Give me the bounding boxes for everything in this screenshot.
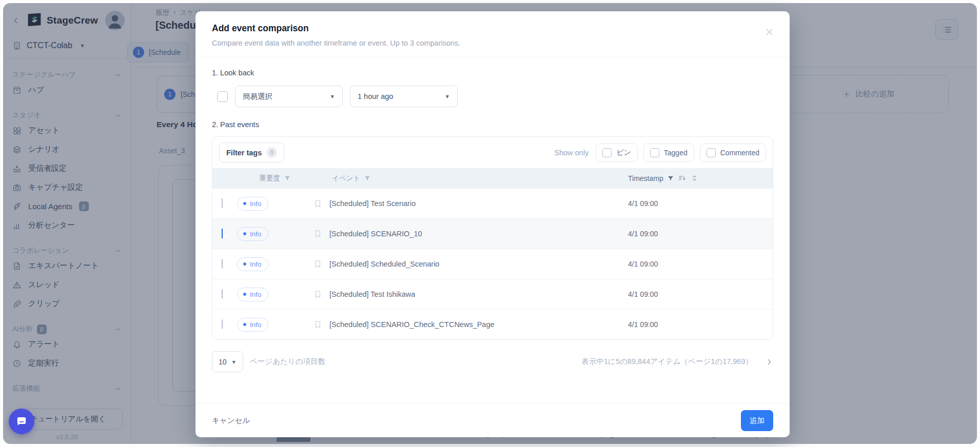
info-dot-icon (243, 202, 246, 205)
caret-down-icon: ▼ (445, 93, 450, 99)
lookback-checkbox[interactable] (217, 91, 228, 102)
severity-badge: Info (237, 257, 268, 271)
show-only-pin-checkbox[interactable]: ピン (596, 144, 638, 162)
timestamp-column-header[interactable]: Timestamp (628, 174, 663, 182)
row-checkbox[interactable] (222, 319, 223, 329)
info-dot-icon (243, 293, 246, 296)
dialog-title: Add event comparison (212, 23, 773, 34)
checkbox (707, 148, 716, 157)
event-name: [Scheduled] Test Ishikawa (329, 290, 415, 298)
severity-badge: Info (237, 227, 268, 241)
event-timestamp: 4/1 09:00 (628, 230, 773, 238)
close-button[interactable] (762, 25, 776, 39)
add-event-comparison-dialog: Add event comparison Compare event data … (195, 11, 790, 437)
sort-descending-icon[interactable] (678, 174, 687, 182)
event-name: [Scheduled] Test Scenario (329, 199, 416, 208)
info-dot-icon (243, 323, 246, 326)
sort-toggle-icon[interactable] (690, 174, 699, 182)
event-timestamp: 4/1 09:00 (628, 260, 773, 268)
page-size-select[interactable]: 10 ▼ (212, 351, 243, 372)
past-events-section-label: 2. Past events (212, 120, 773, 129)
close-icon (764, 27, 775, 37)
severity-column-header[interactable]: 重要度 (259, 174, 280, 183)
caret-down-icon: ▼ (231, 359, 237, 365)
table-header: 重要度 イベント Timestamp (212, 168, 773, 188)
info-dot-icon (243, 262, 246, 266)
bookmark-icon[interactable] (313, 259, 322, 269)
bookmark-icon[interactable] (313, 229, 322, 239)
chat-widget-button[interactable] (9, 409, 34, 434)
caret-down-icon: ▼ (330, 93, 335, 99)
checkbox (602, 148, 612, 157)
table-row[interactable]: Info [Scheduled] Test Ishikawa 4/1 09:00 (212, 279, 773, 309)
page-size-label: ページあたりの項目数 (250, 357, 325, 367)
table-row[interactable]: Info [Scheduled] SCENARIO_Check_CTCNews_… (212, 309, 773, 339)
table-row[interactable]: Info [Scheduled] SCENARIO_10 4/1 09:00 (212, 218, 773, 249)
show-only-commented-checkbox[interactable]: Commented (700, 144, 766, 162)
event-name: [Scheduled] Scheduled_Scenario (329, 260, 439, 268)
row-checkbox[interactable] (222, 198, 223, 208)
past-events-table-card: Filter tags 0 Show only ピン Tagged (212, 136, 773, 340)
event-name: [Scheduled] SCENARIO_Check_CTCNews_Page (329, 320, 495, 329)
event-timestamp: 4/1 09:00 (628, 290, 773, 298)
event-timestamp: 4/1 09:00 (628, 199, 773, 208)
checkbox (650, 148, 659, 157)
cancel-button[interactable]: キャンセル (212, 416, 250, 425)
event-column-header[interactable]: イベント (332, 174, 360, 183)
row-checkbox[interactable] (222, 259, 223, 269)
next-page-icon[interactable] (765, 358, 773, 366)
info-dot-icon (243, 232, 246, 235)
add-button[interactable]: 追加 (741, 410, 773, 431)
lookback-time-select[interactable]: 1 hour ago ▼ (350, 86, 458, 107)
show-only-tagged-checkbox[interactable]: Tagged (643, 144, 694, 162)
pagination-summary: 表示中1に5の89,844アイテム（ページ1の17,969） (582, 357, 753, 367)
filter-tags-button[interactable]: Filter tags 0 (219, 143, 284, 162)
bookmark-icon[interactable] (313, 289, 322, 299)
row-checkbox[interactable] (222, 289, 223, 299)
table-row[interactable]: Info [Scheduled] Scheduled_Scenario 4/1 … (212, 249, 773, 279)
filter-tags-count-badge: 0 (266, 147, 277, 158)
lookback-mode-select[interactable]: 簡易選択 ▼ (235, 86, 343, 107)
chat-icon (15, 415, 28, 428)
severity-badge: Info (237, 288, 268, 301)
dialog-subtitle: Compare event data with another timefram… (212, 39, 773, 47)
table-row[interactable]: Info [Scheduled] Test Scenario 4/1 09:00 (212, 188, 773, 218)
event-name: [Scheduled] SCENARIO_10 (329, 230, 422, 238)
lookback-section-label: 1. Look back (212, 69, 773, 77)
severity-badge: Info (237, 318, 268, 332)
severity-badge: Info (237, 197, 268, 211)
row-checkbox[interactable] (222, 229, 223, 238)
filter-funnel-icon[interactable] (364, 175, 371, 182)
bookmark-icon[interactable] (313, 198, 322, 209)
filter-funnel-icon[interactable] (284, 175, 291, 182)
bookmark-icon[interactable] (313, 319, 322, 330)
show-only-label: Show only (554, 149, 589, 157)
filter-funnel-icon[interactable] (667, 175, 674, 182)
event-timestamp: 4/1 09:00 (628, 320, 773, 329)
